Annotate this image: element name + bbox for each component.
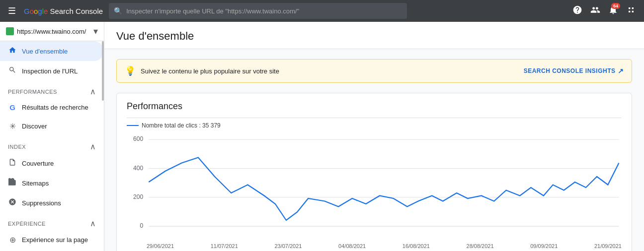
sidebar-item-vue-ensemble[interactable]: Vue d'ensemble <box>0 41 104 61</box>
hamburger-icon[interactable]: ☰ <box>6 3 18 18</box>
content-header: Vue d'ensemble <box>104 22 644 49</box>
top-nav: ☰ Google Search Console 🔍 64 <box>0 0 644 22</box>
chart-x-axis: 29/06/2021 11/07/2021 23/07/2021 04/08/2… <box>127 242 622 251</box>
sidebar: https://www.twaino.com/ ▾ Vue d'ensemble… <box>0 22 104 251</box>
sidebar-label-suppressions: Suppressions <box>22 199 61 207</box>
apps-icon[interactable] <box>624 3 638 19</box>
site-selector[interactable]: https://www.twaino.com/ ▾ <box>0 22 104 41</box>
user-icon[interactable] <box>588 3 602 19</box>
sidebar-item-resultats[interactable]: G Résultats de recherche <box>0 98 104 117</box>
experience-page-icon: ⊕ <box>8 235 17 245</box>
sidebar-item-suppressions[interactable]: Suppressions <box>0 193 104 213</box>
suppressions-icon <box>8 198 17 208</box>
search-console-wordmark: Search Console <box>50 7 103 15</box>
experience-chevron[interactable]: ∧ <box>90 219 96 228</box>
couverture-icon <box>8 158 17 168</box>
sidebar-label-couverture: Couverture <box>22 160 54 167</box>
sidebar-item-inspection[interactable]: Inspection de l'URL <box>0 61 104 81</box>
performances-chevron[interactable]: ∧ <box>90 87 96 96</box>
notification-badge: 64 <box>611 3 620 9</box>
x-label-1: 11/07/2021 <box>211 243 238 249</box>
sidebar-section-index: Index ∧ <box>0 136 104 153</box>
sidebar-label-vue-ensemble: Vue d'ensemble <box>22 48 68 55</box>
x-label-6: 09/09/2021 <box>530 243 558 249</box>
discover-icon: ✳ <box>8 122 17 131</box>
sidebar-item-sitemaps[interactable]: Sitemaps <box>0 173 104 193</box>
site-dropdown-icon[interactable]: ▾ <box>93 26 98 37</box>
performance-card: Performances Nombre total de clics : 35 … <box>116 93 632 251</box>
bulb-icon: 💡 <box>125 65 136 76</box>
x-label-3: 04/08/2021 <box>338 243 366 249</box>
chart-legend: Nombre total de clics : 35 379 <box>127 122 622 129</box>
insight-banner: 💡 Suivez le contenu le plus populaire su… <box>116 59 632 83</box>
google-g-icon: G <box>8 103 17 112</box>
site-favicon <box>6 27 14 35</box>
section-label-experience: Expérience <box>8 221 46 227</box>
chart-svg: 600 400 200 0 <box>127 133 622 242</box>
main-layout: https://www.twaino.com/ ▾ Vue d'ensemble… <box>0 22 644 251</box>
legend-line-clics <box>127 125 139 126</box>
insights-link-label: SEARCH CONSOLE INSIGHTS <box>524 67 616 74</box>
main-content: Vue d'ensemble 💡 Suivez le contenu le pl… <box>104 22 644 251</box>
x-label-7: 21/09/2021 <box>594 243 622 249</box>
sidebar-label-sitemaps: Sitemaps <box>22 180 49 187</box>
sidebar-item-experience-page[interactable]: ⊕ Expérience sur la page <box>0 230 104 250</box>
legend-label-clics: Nombre total de clics : 35 379 <box>142 122 221 129</box>
sidebar-label-experience-page: Expérience sur la page <box>22 236 88 244</box>
sidebar-scrollbar <box>102 41 104 101</box>
section-label-index: Index <box>8 144 26 150</box>
svg-text:600: 600 <box>133 136 144 143</box>
performance-card-title: Performances <box>127 101 622 112</box>
svg-text:0: 0 <box>140 222 143 229</box>
content-body: 💡 Suivez le contenu le plus populaire su… <box>104 49 644 251</box>
sidebar-label-inspection: Inspection de l'URL <box>22 67 78 75</box>
svg-text:400: 400 <box>133 165 144 172</box>
index-chevron[interactable]: ∧ <box>90 142 96 151</box>
x-label-4: 16/08/2021 <box>402 243 430 249</box>
google-wordmark: Google <box>24 7 48 15</box>
search-input[interactable] <box>126 7 402 15</box>
sitemaps-icon <box>8 178 17 188</box>
app-logo: Google Search Console <box>24 7 103 15</box>
external-link-icon: ↗ <box>618 67 624 75</box>
sidebar-section-performances: Performances ∧ <box>0 81 104 98</box>
sidebar-item-discover[interactable]: ✳ Discover <box>0 117 104 136</box>
help-icon[interactable] <box>570 3 584 19</box>
svg-text:200: 200 <box>133 193 144 200</box>
page-title: Vue d'ensemble <box>116 30 632 43</box>
insight-text: Suivez le contenu le plus populaire sur … <box>141 67 519 75</box>
sidebar-section-experience: Expérience ∧ <box>0 213 104 230</box>
search-console-insights-link[interactable]: SEARCH CONSOLE INSIGHTS ↗ <box>524 67 624 75</box>
inspection-icon <box>8 66 17 76</box>
section-label-performances: Performances <box>8 89 57 95</box>
sidebar-label-discover: Discover <box>22 123 47 130</box>
sidebar-label-resultats: Résultats de recherche <box>22 104 88 111</box>
x-label-0: 29/06/2021 <box>147 243 174 249</box>
sidebar-item-couverture[interactable]: Couverture <box>0 153 104 173</box>
search-icon: 🔍 <box>114 7 122 15</box>
home-icon <box>8 46 17 56</box>
chart-line <box>149 158 619 221</box>
notification-icon[interactable]: 64 <box>606 3 620 19</box>
x-label-2: 23/07/2021 <box>274 243 302 249</box>
x-label-5: 28/08/2021 <box>467 243 494 249</box>
nav-right-actions: 64 <box>570 3 638 19</box>
performance-chart: 600 400 200 0 <box>127 133 622 242</box>
site-url: https://www.twaino.com/ <box>17 28 90 35</box>
url-search-bar[interactable]: 🔍 <box>109 3 407 19</box>
